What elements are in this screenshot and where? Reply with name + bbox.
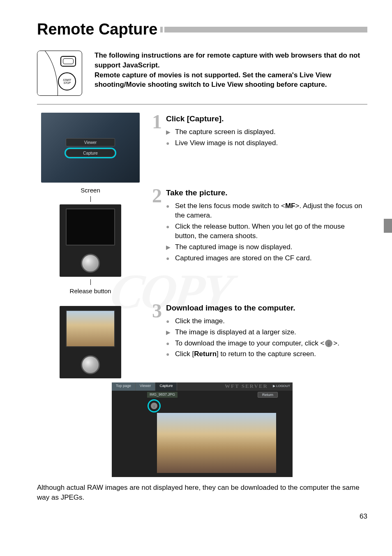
step2-item4: Captured images are stored on the CF car… — [175, 254, 312, 263]
return-button: Return — [258, 392, 278, 398]
step3-item4: Click [Return] to return to the capture … — [175, 350, 316, 359]
intro-paragraph-2: Remote capture of movies is not supporte… — [95, 70, 367, 90]
bullet-icon: ● — [166, 339, 172, 348]
step3-title: Download images to the computer. — [166, 303, 339, 313]
side-thumb-tab — [384, 219, 392, 233]
arrow-icon: ▶ — [166, 328, 172, 337]
label-line — [90, 196, 91, 202]
step1-item1: The capture screen is displayed. — [175, 127, 276, 137]
download-icon: ↓ — [325, 340, 332, 347]
blank-screen-area — [66, 208, 115, 246]
captured-image-area — [66, 310, 115, 347]
step2-item2: Click the release button. When you let g… — [175, 222, 367, 241]
intro-paragraph-1: The following instructions are for remot… — [95, 51, 367, 70]
bullet-icon: ● — [166, 317, 172, 326]
screenshot-capture-image — [60, 306, 121, 378]
step2-title: Take the picture. — [166, 188, 367, 197]
bullet-icon: ● — [166, 202, 172, 220]
capture-button-thumb: Capture — [66, 149, 115, 157]
step2-item1: Set the lens focus mode switch to <MF>. … — [175, 202, 367, 220]
download-icon: ↓ — [151, 403, 157, 409]
step3-item2: The image is displayed at a larger size. — [175, 328, 296, 337]
viewer-button-thumb: Viewer — [66, 138, 115, 146]
bullet-icon: ● — [166, 350, 172, 359]
tab-viewer: Viewer — [136, 382, 155, 391]
filename-label: IMG_9837.JPG — [147, 392, 178, 398]
release-button-graphic — [81, 254, 100, 273]
screenshot-capture-blank — [60, 204, 121, 277]
release-button-graphic — [81, 355, 100, 374]
bullet-icon: ● — [166, 254, 172, 263]
step1-item2: Live View image is not displayed. — [175, 139, 278, 148]
page-title: Remote Capture — [37, 21, 158, 38]
tab-capture: Capture — [155, 382, 177, 391]
camera-illustration — [37, 51, 82, 96]
intro-text: The following instructions are for remot… — [95, 51, 367, 90]
step-number-2: 2 — [152, 187, 162, 204]
screenshot-step1: Viewer Capture — [41, 113, 140, 183]
download-icon-highlight: ↓ — [149, 401, 159, 411]
label-line — [90, 279, 91, 285]
footer-note: Although actual RAW images are not displ… — [37, 483, 367, 503]
screen-label: Screen — [81, 187, 100, 194]
release-label: Release button — [70, 287, 111, 294]
arrow-icon: ▶ — [166, 243, 172, 252]
bullet-icon: ● — [166, 139, 172, 148]
server-logo: WFT SERVER — [222, 382, 270, 391]
step3-item3: To download the image to your computer, … — [175, 339, 339, 348]
screenshot-download: Top page Viewer Capture WFT SERVER ▶ LOG… — [112, 382, 293, 477]
logout-link: ▶ LOGOUT — [270, 382, 293, 391]
tab-top-page: Top page — [112, 382, 136, 391]
step1-title: Click [Capture]. — [166, 114, 367, 123]
title-rule — [164, 27, 368, 32]
page-number: 63 — [37, 512, 367, 521]
arrow-icon: ▶ — [166, 127, 172, 137]
step-number-3: 3 — [152, 302, 162, 320]
step2-item3: The captured image is now displayed. — [175, 243, 292, 252]
large-preview-image — [157, 413, 276, 473]
step3-item1: Click the image. — [175, 317, 225, 326]
bullet-icon: ● — [166, 222, 172, 241]
step-number-1: 1 — [152, 113, 162, 130]
